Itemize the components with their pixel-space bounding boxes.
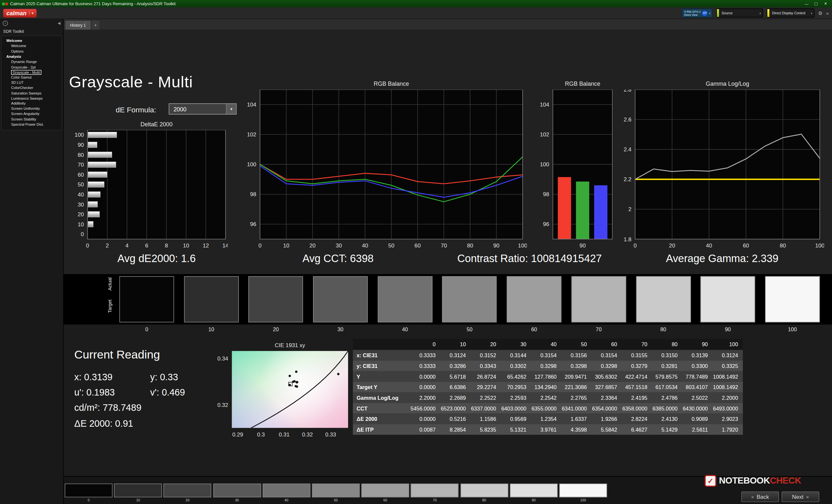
back-button[interactable]: « Back <box>741 491 779 502</box>
table-cell: 6.6386 <box>440 384 471 390</box>
swatch-label: 20 <box>249 327 303 333</box>
avg-cct-readout: Avg CCT: 6398 <box>232 252 444 265</box>
tab-history-1[interactable]: History 1 <box>65 21 91 30</box>
svg-text:0: 0 <box>81 231 84 237</box>
tree-item-spectral-power-dist[interactable]: Spectral Power Dist. <box>2 121 61 127</box>
tree-group-welcome[interactable]: Welcome <box>2 38 61 43</box>
gray-swatch-20 <box>249 276 303 323</box>
svg-text:2.6: 2.6 <box>624 116 631 123</box>
svg-text:10: 10 <box>283 242 289 249</box>
table-cell: 422.4714 <box>622 373 652 379</box>
tree-item-colorchecker[interactable]: ColorChecker <box>2 85 61 90</box>
table-row: Y0.00005.671826.872465.4262127.7860209.9… <box>353 371 743 382</box>
maximize-button[interactable]: ▢ <box>812 1 820 7</box>
table-cell: 6385.0000 <box>652 405 682 411</box>
svg-text:70: 70 <box>78 161 84 168</box>
gear-icon[interactable]: ⚙ <box>818 10 822 16</box>
sidebar-collapse-arrow-icon[interactable]: ◀ <box>57 21 60 25</box>
table-cell: 0.0087 <box>410 426 440 432</box>
swatch-label: 20 <box>163 499 211 502</box>
row-label: x: CIE31 <box>353 352 410 358</box>
tree-item-dynamic-range[interactable]: Dynamic Range <box>2 59 61 64</box>
svg-text:80: 80 <box>78 152 84 158</box>
main-content: Grayscale - Multi dE Formula: 2000 ▼ Del… <box>64 30 832 504</box>
table-cell: 2.8224 <box>622 416 652 422</box>
table-row: x: CIE310.33330.31240.31520.31440.31540.… <box>353 350 743 361</box>
swatch-label: 80 <box>460 499 508 502</box>
reading-y: y: 0.33 <box>150 371 178 383</box>
add-tab-button[interactable]: + <box>92 21 99 30</box>
table-cell: 6403.0000 <box>501 405 531 411</box>
svg-text:40: 40 <box>706 242 712 249</box>
de-formula-select[interactable]: 2000 ▼ <box>169 103 237 114</box>
tab-bar: History 1 + <box>64 19 832 30</box>
table-cell: 0.3155 <box>622 352 652 358</box>
chart-title-cie: CIE 1931 xy <box>232 342 348 348</box>
meter-dropdown[interactable]: X-Rite i1Pro 2 Direct View 237 ▾ <box>682 8 712 18</box>
sidebar-collapse-circle-icon[interactable]: ‹ <box>3 21 8 26</box>
tree-item-grayscale-multi[interactable]: Grayscale - Multi <box>2 69 61 75</box>
swatch-label-row: 0102030405060708090100 <box>119 327 820 333</box>
tree-item-screen-uniformity[interactable]: Screen Uniformity <box>2 106 61 111</box>
svg-text:12: 12 <box>203 242 209 249</box>
table-cell: 4.3598 <box>561 426 592 432</box>
table-cell: 5.1429 <box>652 426 682 432</box>
gray-swatch-30 <box>213 483 261 497</box>
reading-v-prime: v': 0.469 <box>150 387 185 398</box>
table-cell: 6493.0000 <box>713 405 743 411</box>
table-cell: 0.5216 <box>440 416 471 422</box>
next-button[interactable]: Next » <box>782 491 819 502</box>
table-header-row: 0102030405060708090100 <box>353 339 743 350</box>
gray-swatch-40 <box>378 276 432 323</box>
table-cell: 209.9471 <box>561 373 592 379</box>
swatch-label: 40 <box>378 327 432 333</box>
svg-text:80: 80 <box>467 242 473 249</box>
svg-text:10: 10 <box>78 221 84 228</box>
calman-menu-button[interactable]: calman ▾ <box>3 9 37 17</box>
tree-item-additivity[interactable]: Additivity <box>2 101 61 106</box>
gray-swatch-0 <box>65 483 112 497</box>
svg-text:2.2: 2.2 <box>624 176 631 183</box>
table-cell: 2.3364 <box>592 395 622 401</box>
gamma-log-chart: 0204060801001.822.22.42.62.8 <box>617 90 824 250</box>
tree-item-color-gamut[interactable]: Color Gamut <box>2 75 61 80</box>
tree-item-options[interactable]: Options <box>2 48 61 54</box>
gray-swatch-70 <box>571 276 626 323</box>
gray-swatch-10 <box>184 276 238 323</box>
svg-text:0.32: 0.32 <box>217 402 228 408</box>
row-label: Y <box>353 373 410 379</box>
table-cell: 5456.0000 <box>410 405 440 411</box>
svg-text:104: 104 <box>540 101 549 108</box>
svg-text:20: 20 <box>309 242 316 249</box>
titlebar: Calman 2025 Calman Ultimate for Business… <box>0 0 832 7</box>
sidebar-title: SDR Toolkit <box>0 28 63 35</box>
table-row: y: CIE310.33330.32860.33430.33020.32980.… <box>353 361 743 371</box>
tree-item-welcome[interactable]: Welcome <box>2 43 61 48</box>
close-button[interactable]: ✕ <box>821 1 830 7</box>
table-cell: 2.2593 <box>501 395 531 401</box>
chevron-down-icon: ▾ <box>759 11 762 15</box>
tree-item-grayscale-2pt[interactable]: Grayscale - 2pt <box>2 64 61 69</box>
svg-text:100: 100 <box>815 242 824 249</box>
svg-text:102: 102 <box>540 131 549 138</box>
tree-item-screen-angularity[interactable]: Screen Angularity <box>2 111 61 116</box>
source-dropdown[interactable]: Source ▾ <box>716 8 763 18</box>
swatch-label: 30 <box>213 499 261 502</box>
table-row: Target Y0.00006.638629.227470.2953134.29… <box>353 382 743 393</box>
measurement-table: 0102030405060708090100x: CIE310.33330.31… <box>353 339 743 435</box>
table-cell: 0.3156 <box>561 352 592 358</box>
svg-text:50: 50 <box>388 242 394 249</box>
minimize-button[interactable]: — <box>802 1 811 7</box>
tree-item-screen-stability[interactable]: Screen Stability <box>2 116 61 121</box>
table-cell: 5.5842 <box>592 426 622 432</box>
table-cell: 6.4627 <box>622 426 652 432</box>
table-cell: 221.3086 <box>561 384 592 390</box>
display-control-dropdown[interactable]: Direct Display Control ▾ <box>767 8 814 18</box>
svg-text:40: 40 <box>362 242 368 249</box>
tree-item-saturation-sweeps[interactable]: Saturation Sweeps <box>2 90 61 95</box>
tree-item-luminance-sweeps[interactable]: Luminance Sweeps <box>2 95 61 101</box>
tree-group-analysis[interactable]: Analysis <box>2 54 61 59</box>
expand-icon[interactable]: » <box>826 10 829 16</box>
tree-item-3d-lut[interactable]: 3D LUT <box>2 80 61 85</box>
table-cell: 1.2354 <box>531 416 561 422</box>
